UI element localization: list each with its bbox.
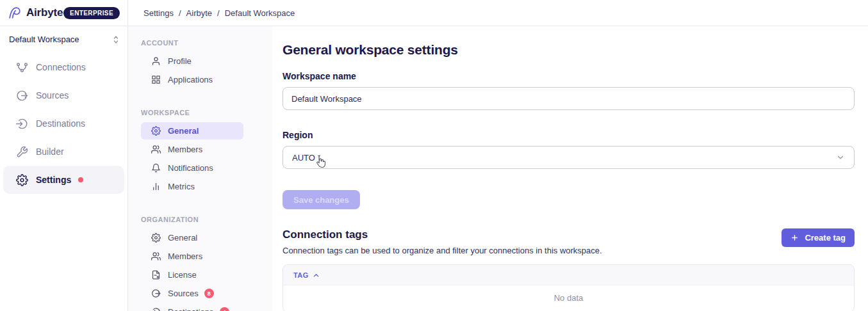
top-bar: Airbyte ENTERPRISE Settings / Airbyte / …: [0, 0, 868, 26]
sidebar-item-label: Destinations: [36, 118, 85, 129]
sources-icon: [16, 90, 28, 102]
gear-icon: [16, 174, 28, 186]
settings-nav-workspace-members[interactable]: Members: [141, 141, 243, 158]
section-workspace: WORKSPACE General Members: [141, 109, 272, 195]
save-changes-button[interactable]: Save changes: [283, 190, 360, 209]
settings-nav-label: General: [168, 126, 199, 136]
bar-chart-icon: [151, 182, 161, 191]
breadcrumb-settings[interactable]: Settings: [143, 8, 174, 18]
destinations-count-badge: 4: [220, 307, 229, 311]
workspace-name-field: Workspace name: [283, 71, 855, 110]
breadcrumb-separator: /: [179, 8, 181, 18]
destinations-icon: [151, 307, 161, 311]
settings-nav-org-general[interactable]: General: [141, 229, 243, 246]
connection-tags-title: Connection tags: [283, 228, 602, 241]
settings-nav-label: License: [168, 270, 197, 280]
section-title-workspace: WORKSPACE: [141, 109, 272, 116]
brand-name: Airbyte: [26, 6, 63, 19]
sidebar-item-builder[interactable]: Builder: [3, 138, 124, 166]
settings-nav-notifications[interactable]: Notifications: [141, 159, 243, 177]
settings-nav-label: Applications: [168, 75, 213, 84]
region-select[interactable]: AUTO: [283, 146, 855, 169]
section-title-account: ACCOUNT: [141, 39, 272, 47]
settings-nav-org-sources[interactable]: Sources 8: [141, 285, 243, 302]
gear-icon: [151, 126, 161, 136]
create-tag-button[interactable]: Create tag: [782, 228, 855, 247]
settings-nav-label: Destinations: [168, 307, 214, 311]
tag-column-header: TAG: [293, 271, 309, 279]
main-content: General workspace settings Workspace nam…: [272, 26, 868, 311]
gear-icon: [151, 233, 161, 243]
settings-nav-metrics[interactable]: Metrics: [141, 178, 243, 195]
settings-nav-workspace-general[interactable]: General: [141, 122, 243, 140]
page-title: General workspace settings: [283, 42, 855, 58]
workspace-name-label: Workspace name: [283, 71, 855, 81]
breadcrumb-airbyte[interactable]: Airbyte: [186, 8, 212, 18]
settings-nav-applications[interactable]: Applications: [141, 71, 243, 88]
logo-area: Airbyte ENTERPRISE: [0, 0, 128, 26]
left-sidebar: Default Workspace Connections: [0, 26, 128, 311]
notification-dot: [78, 177, 83, 182]
sidebar-item-sources[interactable]: Sources: [3, 81, 124, 109]
section-title-organization: ORGANIZATION: [141, 216, 272, 223]
sidebar-item-destinations[interactable]: Destinations: [3, 109, 124, 138]
workspace-selector[interactable]: Default Workspace: [0, 26, 127, 51]
sources-count-badge: 8: [204, 289, 214, 298]
tags-table: TAG No data: [283, 264, 855, 311]
tags-table-header[interactable]: TAG: [283, 265, 854, 285]
breadcrumb-default-workspace[interactable]: Default Workspace: [225, 8, 295, 18]
settings-nav-org-destinations[interactable]: Destinations 4: [141, 303, 243, 311]
settings-nav-label: Metrics: [168, 182, 195, 191]
breadcrumb-separator: /: [217, 8, 220, 18]
settings-sidebar: ACCOUNT Profile Applications: [128, 26, 272, 311]
connection-tags-header: Connection tags Connection tags can be u…: [283, 228, 855, 255]
wrench-icon: [16, 146, 28, 158]
users-icon: [151, 145, 161, 154]
grid-icon: [151, 75, 161, 84]
bell-icon: [151, 163, 161, 173]
sidebar-item-label: Builder: [36, 147, 64, 157]
main-nav: Connections Sources Destinations: [0, 51, 127, 194]
settings-nav-org-members[interactable]: Members: [141, 248, 243, 265]
user-icon: [151, 56, 161, 66]
chevron-down-icon: [836, 153, 845, 162]
connection-tags-text: Connection tags Connection tags can be u…: [283, 228, 602, 255]
license-file-icon: [151, 270, 161, 280]
connections-icon: [16, 61, 28, 74]
settings-nav-label: Members: [168, 145, 202, 154]
sources-icon: [151, 289, 161, 298]
workspace-selector-label: Default Workspace: [9, 35, 79, 44]
sort-ascending-icon: [313, 272, 320, 279]
region-field: Region AUTO: [283, 130, 855, 169]
settings-nav-label: General: [168, 233, 197, 243]
section-account: ACCOUNT Profile Applications: [141, 39, 272, 88]
section-organization: ORGANIZATION General Members: [141, 216, 272, 311]
sidebar-item-label: Connections: [36, 62, 86, 72]
users-icon: [151, 251, 161, 261]
workspace-name-input[interactable]: [283, 87, 855, 110]
settings-nav-label: Notifications: [168, 163, 213, 173]
settings-nav-label: Members: [168, 251, 202, 261]
tags-table-empty-state: No data: [283, 285, 854, 311]
plus-icon: [790, 234, 799, 242]
settings-nav-license[interactable]: License: [141, 266, 243, 283]
enterprise-badge: ENTERPRISE: [63, 7, 120, 19]
region-selected-value: AUTO: [292, 153, 315, 163]
sidebar-item-label: Settings: [36, 175, 71, 185]
settings-nav-label: Sources: [168, 289, 199, 298]
sidebar-item-connections[interactable]: Connections: [3, 53, 124, 81]
sidebar-item-label: Sources: [36, 90, 69, 100]
settings-nav-profile[interactable]: Profile: [141, 52, 243, 70]
destinations-icon: [16, 118, 28, 130]
create-tag-label: Create tag: [805, 233, 846, 243]
airbyte-logo-icon: [8, 6, 22, 20]
chevrons-up-down-icon: [112, 35, 120, 44]
region-label: Region: [283, 130, 855, 140]
breadcrumb: Settings / Airbyte / Default Workspace: [128, 0, 295, 26]
settings-nav-label: Profile: [168, 56, 192, 66]
connection-tags-description: Connection tags can be used to organize …: [283, 246, 602, 255]
sidebar-item-settings[interactable]: Settings: [3, 166, 124, 194]
